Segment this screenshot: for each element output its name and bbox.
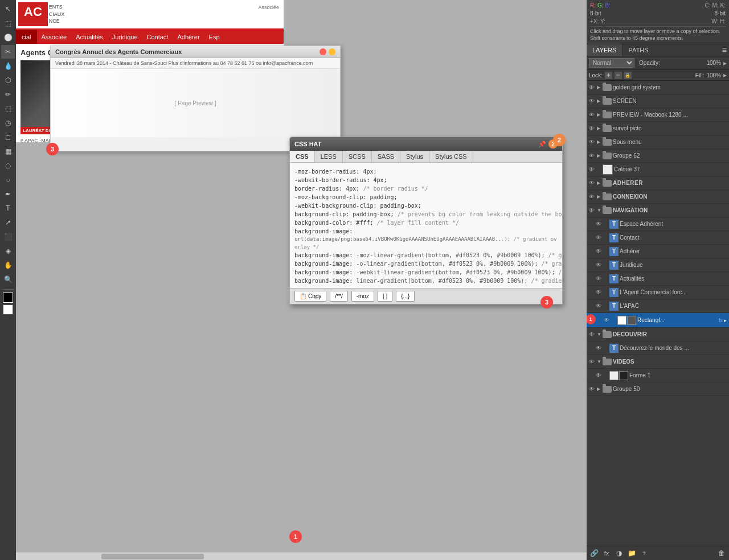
- expand-button[interactable]: {...}: [396, 291, 415, 302]
- lock-paint-icon[interactable]: ✏: [615, 72, 622, 79]
- tool-hand[interactable]: ✋: [1, 258, 15, 272]
- eye-icon-jur[interactable]: 👁: [596, 262, 603, 268]
- tab-scss[interactable]: SCSS: [343, 151, 372, 162]
- eye-icon-sous[interactable]: 👁: [589, 139, 596, 145]
- moz-button[interactable]: -moz: [351, 291, 374, 302]
- tool-brush[interactable]: ✏: [1, 88, 15, 101]
- eye-icon-nav[interactable]: 👁: [589, 207, 596, 213]
- tool-clone[interactable]: ⬚: [1, 102, 15, 116]
- eye-icon-act[interactable]: 👁: [596, 275, 603, 282]
- eye-icon-ctact[interactable]: 👁: [596, 234, 603, 241]
- copy-button[interactable]: 📋 Copy: [294, 291, 326, 302]
- tab-stylus-css[interactable]: Stylus CSS: [429, 151, 473, 162]
- folder-bottom-icon[interactable]: 📁: [626, 548, 637, 558]
- layer-calque37[interactable]: 👁 Calque 37: [587, 163, 729, 176]
- css-hat-toolbar: 📋 Copy /**/ -moz [ ] {...}: [290, 288, 562, 304]
- tool-blur[interactable]: ◌: [1, 159, 15, 172]
- layer-groupe50[interactable]: 👁 ▶ Groupe 50: [587, 382, 729, 396]
- tool-shape[interactable]: ⬛: [1, 230, 15, 244]
- layer-actualites[interactable]: 👁 T Actualités: [587, 272, 729, 286]
- tab-paths[interactable]: PATHS: [623, 44, 654, 56]
- eye-icon-ea[interactable]: 👁: [596, 221, 603, 227]
- fx-bottom-icon[interactable]: fx: [601, 548, 612, 558]
- tool-path[interactable]: ↗: [1, 216, 15, 229]
- eye-icon-lapac[interactable]: 👁: [596, 303, 603, 309]
- layer-preview[interactable]: 👁 ▶ PREVIEW - Macbook 1280 ...: [587, 108, 729, 122]
- layer-decouvrez[interactable]: 👁 T Découvrez le monde des ...: [587, 341, 729, 355]
- lock-pos-icon[interactable]: ✚: [605, 72, 612, 79]
- select-button[interactable]: [ ]: [378, 291, 392, 302]
- layer-navigation[interactable]: 👁 ▼ NAVIGATION: [587, 204, 729, 217]
- eye-icon-rect[interactable]: 👁: [604, 317, 611, 323]
- tool-heal[interactable]: ⬡: [1, 73, 15, 87]
- tool-eyedropper[interactable]: 💧: [1, 59, 15, 73]
- window-minimize[interactable]: [329, 48, 335, 55]
- layer-contact[interactable]: 👁 T Contact: [587, 231, 729, 245]
- tab-stylus[interactable]: Stylus: [400, 151, 429, 162]
- tab-css[interactable]: CSS: [290, 151, 315, 162]
- tool-select[interactable]: ⬚: [1, 17, 15, 30]
- window-close[interactable]: [320, 48, 326, 55]
- layer-espace-adherent[interactable]: 👁 T Espace Adhérent: [587, 217, 729, 231]
- tool-dodge[interactable]: ○: [1, 173, 15, 187]
- tab-layers[interactable]: LAYERS: [587, 44, 623, 56]
- layer-juridique[interactable]: 👁 T Juridique: [587, 258, 729, 272]
- tool-3d[interactable]: ◈: [1, 244, 15, 258]
- tool-eraser[interactable]: ◻: [1, 130, 15, 144]
- eye-icon-f1[interactable]: 👁: [596, 372, 603, 378]
- eye-icon-an[interactable]: 👁: [596, 248, 603, 254]
- layer-adherer-nav[interactable]: 👁 T Adhérer: [587, 245, 729, 258]
- eye-icon-decz[interactable]: 👁: [596, 345, 603, 351]
- tool-zoom[interactable]: 🔍: [1, 273, 15, 286]
- layer-agent-commercial[interactable]: 👁 T L'Agent Commercial forc...: [587, 286, 729, 299]
- tool-history[interactable]: ◷: [1, 116, 15, 130]
- tab-sass[interactable]: SASS: [372, 151, 400, 162]
- tool-move[interactable]: ↖: [1, 2, 15, 16]
- eye-icon-golden[interactable]: 👁: [589, 84, 596, 90]
- delete-layer-icon[interactable]: 🗑: [716, 548, 727, 558]
- eye-icon-dec[interactable]: 👁: [589, 331, 596, 337]
- layer-golden-grid[interactable]: 👁 ▶ golden grid system: [587, 81, 729, 94]
- eye-icon-survol[interactable]: 👁: [589, 125, 596, 131]
- eye-icon-preview[interactable]: 👁: [589, 112, 596, 118]
- tab-less[interactable]: LESS: [315, 151, 343, 162]
- tool-pen[interactable]: ✒: [1, 187, 15, 201]
- tool-text[interactable]: T: [1, 201, 15, 215]
- layer-connexion[interactable]: 👁 ▶ CONNEXION: [587, 190, 729, 204]
- eye-icon-g50[interactable]: 👁: [589, 386, 596, 392]
- tool-lasso[interactable]: ⚪: [1, 31, 15, 44]
- layer-decouvrir[interactable]: 👁 ▼ DECOUVRIR: [587, 328, 729, 341]
- opacity-arrow[interactable]: ▸: [723, 59, 727, 67]
- layer-name-act: Actualités: [620, 275, 727, 282]
- tool-gradient[interactable]: ▦: [1, 145, 15, 158]
- new-layer-icon[interactable]: +: [639, 548, 649, 558]
- adjustment-icon[interactable]: ◑: [614, 548, 624, 558]
- layer-forme1[interactable]: 👁 Forme 1: [587, 369, 729, 382]
- layers-menu-btn[interactable]: ≡: [722, 44, 729, 56]
- eye-icon-vid[interactable]: 👁: [589, 359, 596, 365]
- layer-survol[interactable]: 👁 ▶ survol picto: [587, 122, 729, 135]
- fill-arrow[interactable]: ▸: [723, 71, 727, 79]
- eye-icon-c37[interactable]: 👁: [589, 166, 596, 172]
- eye-icon-g62[interactable]: 👁: [589, 153, 596, 159]
- tri-golden: ▶: [597, 85, 601, 90]
- css-hat-pin[interactable]: 📌: [538, 141, 546, 148]
- layer-groupe62[interactable]: 👁 ▶ Groupe 62: [587, 149, 729, 163]
- scrollbar-thumb[interactable]: [101, 554, 204, 559]
- eye-icon-adh[interactable]: 👁: [589, 180, 596, 186]
- blend-mode-select[interactable]: Normal: [589, 58, 634, 68]
- layer-adherer[interactable]: 👁 ▶ ADHERER: [587, 176, 729, 190]
- layer-screen[interactable]: 👁 ▶ SCREEN: [587, 94, 729, 108]
- lock-all-icon[interactable]: 🔒: [624, 72, 632, 79]
- eye-icon-conn[interactable]: 👁: [589, 193, 596, 200]
- link-icon[interactable]: 🔗: [589, 548, 599, 558]
- layer-rectangle[interactable]: 1 👁 Rectangl... fx ▸: [587, 313, 729, 328]
- layer-videos[interactable]: 👁 ▼ VIDEOS: [587, 355, 729, 369]
- comment-button[interactable]: /**/: [330, 291, 347, 302]
- tool-crop[interactable]: ✂: [1, 45, 15, 59]
- layer-sous-menu[interactable]: 👁 ▶ Sous menu: [587, 135, 729, 149]
- eye-icon-screen[interactable]: 👁: [589, 98, 596, 104]
- badge-3: 3: [46, 143, 59, 155]
- layer-lapac[interactable]: 👁 T L'APAC: [587, 299, 729, 313]
- eye-icon-ac[interactable]: 👁: [596, 289, 603, 295]
